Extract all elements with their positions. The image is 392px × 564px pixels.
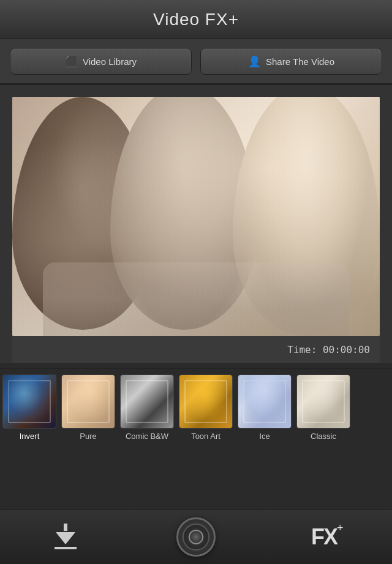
filter-comic-label: Comic B&W [126, 432, 168, 441]
filter-toon-label: Toon Art [191, 432, 221, 441]
fxplus-label: FX+ [311, 524, 342, 550]
video-library-label: Video Library [83, 56, 137, 67]
filter-toon[interactable]: Toon Art [176, 375, 235, 446]
share-video-label: Share The Video [266, 56, 334, 67]
time-bar: Time: 00:00:00 [12, 336, 380, 363]
share-video-button[interactable]: 👤 Share The Video [200, 48, 382, 75]
filter-ice[interactable]: Ice [235, 375, 294, 446]
toolbar: ⬛ Video Library 👤 Share The Video [0, 39, 392, 85]
filter-invert-label: Invert [20, 432, 40, 441]
download-icon [50, 522, 81, 552]
video-preview[interactable] [12, 97, 380, 336]
filter-comic-thumbnail [120, 375, 174, 429]
filter-invert[interactable]: Invert [0, 375, 59, 446]
filter-comic[interactable]: Comic B&W [118, 375, 176, 446]
camera-button[interactable] [147, 516, 245, 558]
bottom-toolbar: FX+ [0, 509, 392, 564]
app-title: Video FX+ [153, 10, 239, 29]
filter-pure-thumbnail [61, 375, 115, 429]
time-display: Time: 00:00:00 [287, 344, 370, 356]
filter-pure[interactable]: Pure [59, 375, 118, 446]
app-header: Video FX+ [0, 0, 392, 39]
camera-icon [176, 517, 216, 557]
video-area: Time: 00:00:00 [0, 85, 392, 363]
filter-classic[interactable]: Classic [294, 375, 353, 446]
fxplus-button[interactable]: FX+ [277, 516, 375, 558]
filter-invert-thumbnail [2, 375, 56, 429]
person-icon: 👤 [248, 55, 261, 68]
fx-filter-strip: Invert Pure Comic B&W Toon Art [0, 368, 392, 446]
film-icon: ⬛ [65, 55, 78, 68]
filter-classic-label: Classic [311, 432, 336, 441]
filter-pure-label: Pure [80, 432, 96, 441]
filter-classic-thumbnail [296, 375, 350, 429]
filter-ice-thumbnail [238, 375, 292, 429]
filter-toon-thumbnail [179, 375, 233, 429]
download-button[interactable] [17, 516, 115, 558]
video-library-button[interactable]: ⬛ Video Library [10, 48, 192, 75]
filter-ice-label: Ice [259, 432, 270, 441]
